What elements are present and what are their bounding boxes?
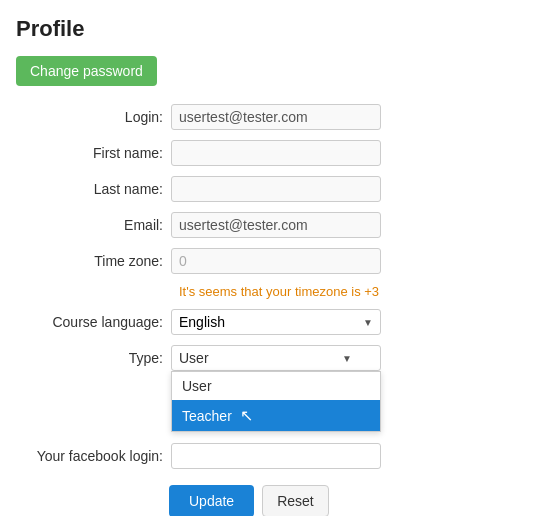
form-buttons: Update Reset [169, 485, 544, 516]
profile-form: Login: First name: Last name: Email: Tim… [26, 104, 544, 469]
login-row: Login: [26, 104, 544, 130]
course-language-row: Course language: English [26, 309, 544, 335]
facebook-input[interactable] [171, 443, 381, 469]
type-label: Type: [26, 345, 171, 366]
email-input[interactable] [171, 212, 381, 238]
type-row: Type: User ▼ User Teacher ↖ [26, 345, 544, 371]
email-row: Email: [26, 212, 544, 238]
reset-button[interactable]: Reset [262, 485, 329, 516]
page-title: Profile [16, 16, 544, 42]
type-selected-value: User [179, 350, 209, 366]
first-name-input[interactable] [171, 140, 381, 166]
type-dropdown-container: User ▼ User Teacher ↖ [171, 345, 381, 371]
last-name-label: Last name: [26, 181, 171, 197]
course-language-label: Course language: [26, 314, 171, 330]
cursor-icon: ↖ [240, 406, 253, 425]
timezone-hint: It's seems that your timezone is +3 [179, 284, 544, 299]
login-label: Login: [26, 109, 171, 125]
timezone-row: Time zone: [26, 248, 544, 274]
change-password-button[interactable]: Change password [16, 56, 157, 86]
facebook-row: Your facebook login: [26, 443, 544, 469]
timezone-input[interactable] [171, 248, 381, 274]
facebook-label: Your facebook login: [26, 448, 171, 464]
login-input[interactable] [171, 104, 381, 130]
type-select-display[interactable]: User ▼ [171, 345, 381, 371]
last-name-input[interactable] [171, 176, 381, 202]
first-name-label: First name: [26, 145, 171, 161]
email-label: Email: [26, 217, 171, 233]
course-language-select-wrapper: English [171, 309, 381, 335]
type-option-user[interactable]: User [172, 372, 380, 400]
type-option-teacher[interactable]: Teacher ↖ [172, 400, 380, 431]
type-dropdown-popup: User Teacher ↖ [171, 371, 381, 432]
update-button[interactable]: Update [169, 485, 254, 516]
type-dropdown-arrow: ▼ [342, 353, 352, 364]
timezone-label: Time zone: [26, 253, 171, 269]
last-name-row: Last name: [26, 176, 544, 202]
course-language-select[interactable]: English [171, 309, 381, 335]
first-name-row: First name: [26, 140, 544, 166]
